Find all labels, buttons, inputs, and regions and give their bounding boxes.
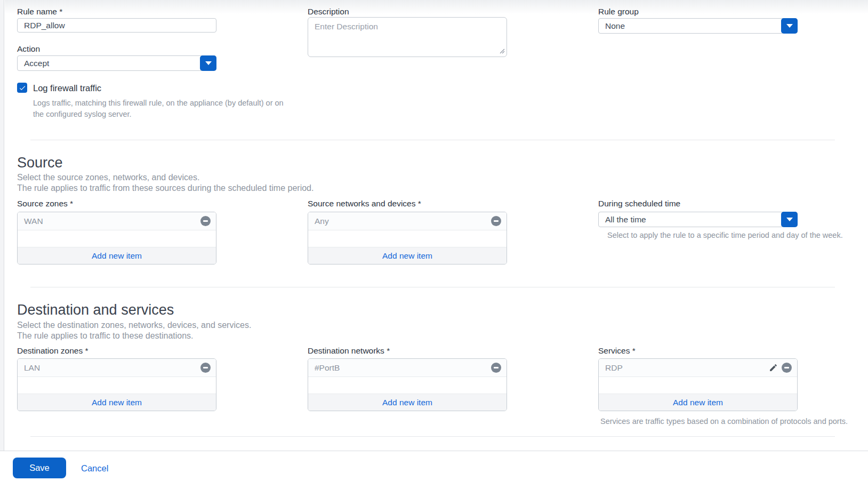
destination-networks-label: Destination networks * xyxy=(308,346,390,356)
section-divider xyxy=(30,287,835,287)
services-label: Services * xyxy=(598,346,636,356)
checkmark-icon xyxy=(19,84,26,92)
save-button[interactable]: Save xyxy=(13,458,66,478)
add-new-item-button[interactable]: Add new item xyxy=(308,247,507,264)
description-label: Description xyxy=(308,6,349,17)
action-select[interactable]: Accept xyxy=(17,55,216,71)
source-section-heading: Source xyxy=(17,154,63,172)
services-listbox: RDP Add new item xyxy=(598,358,798,411)
chevron-down-icon xyxy=(205,61,212,65)
scheduled-time-dropdown-button[interactable] xyxy=(781,212,798,227)
description-textarea[interactable] xyxy=(308,17,507,57)
destination-section-desc-line1: Select the destination zones, networks, … xyxy=(17,320,251,331)
scheduled-time-label: During scheduled time xyxy=(598,198,680,209)
source-section-desc-line1: Select the source zones, networks, and d… xyxy=(17,172,199,183)
section-divider xyxy=(30,140,835,140)
edit-icon[interactable] xyxy=(769,363,778,372)
scheduled-time-select[interactable]: All the time xyxy=(598,212,798,227)
add-new-item-button[interactable]: Add new item xyxy=(18,247,216,264)
source-networks-listbox: Any Add new item xyxy=(308,212,507,264)
list-item[interactable]: #PortB xyxy=(308,359,507,377)
list-item-label: LAN xyxy=(24,363,200,373)
remove-icon[interactable] xyxy=(782,363,792,373)
listbox-empty-area xyxy=(308,377,507,394)
log-traffic-help-line1: Logs traffic, matching this firewall rul… xyxy=(33,98,284,108)
list-item[interactable]: Any xyxy=(308,212,507,230)
destination-zones-listbox: LAN Add new item xyxy=(17,358,216,411)
firewall-rule-form: Rule name * Description Rule group None … xyxy=(0,0,868,481)
panel-bottom-border xyxy=(0,451,868,451)
list-item[interactable]: WAN xyxy=(18,212,216,230)
list-item[interactable]: LAN xyxy=(18,359,216,377)
rule-name-label: Rule name * xyxy=(17,6,62,17)
add-new-item-label: Add new item xyxy=(92,251,142,261)
list-item-label: #PortB xyxy=(315,363,491,373)
listbox-empty-area xyxy=(18,377,216,394)
add-new-item-button[interactable]: Add new item xyxy=(308,394,507,411)
action-dropdown-button[interactable] xyxy=(200,55,216,71)
add-new-item-button[interactable]: Add new item xyxy=(18,394,216,411)
list-item[interactable]: RDP xyxy=(599,359,797,377)
action-value: Accept xyxy=(24,59,49,68)
scheduled-time-value: All the time xyxy=(605,215,646,225)
remove-icon[interactable] xyxy=(491,216,501,226)
destination-networks-listbox: #PortB Add new item xyxy=(308,358,507,411)
add-new-item-label: Add new item xyxy=(382,398,432,407)
log-traffic-help-line2: the configured syslog server. xyxy=(33,109,132,119)
listbox-empty-area xyxy=(18,230,216,247)
source-zones-label: Source zones * xyxy=(17,198,73,209)
chevron-down-icon xyxy=(786,24,793,28)
chevron-down-icon xyxy=(786,218,793,221)
rule-group-label: Rule group xyxy=(598,6,639,17)
services-help: Services are traffic types based on a co… xyxy=(598,416,848,427)
destination-zones-label: Destination zones * xyxy=(17,346,89,356)
remove-icon[interactable] xyxy=(491,363,501,373)
source-zones-listbox: WAN Add new item xyxy=(17,212,216,264)
source-networks-label: Source networks and devices * xyxy=(308,198,421,209)
list-item-label: WAN xyxy=(24,217,200,226)
add-new-item-label: Add new item xyxy=(382,251,432,261)
rule-name-input[interactable] xyxy=(17,18,216,33)
add-new-item-button[interactable]: Add new item xyxy=(599,394,797,411)
destination-section-desc-line2: The rule applies to traffic to these des… xyxy=(17,331,194,341)
section-divider xyxy=(30,436,835,437)
panel-left-border xyxy=(0,0,4,451)
log-firewall-traffic-checkbox[interactable] xyxy=(17,83,27,93)
log-firewall-traffic-label: Log firewall traffic xyxy=(33,83,101,93)
remove-icon[interactable] xyxy=(200,363,211,373)
rule-group-value: None xyxy=(605,21,625,31)
scheduled-time-help: Select to apply the rule to a specific t… xyxy=(607,230,853,240)
listbox-empty-area xyxy=(308,230,507,247)
rule-group-select[interactable]: None xyxy=(598,18,798,34)
listbox-empty-area xyxy=(599,377,797,394)
description-field-wrap xyxy=(308,17,507,57)
list-item-label: RDP xyxy=(605,363,769,373)
destination-section-heading: Destination and services xyxy=(17,301,174,319)
cancel-button[interactable]: Cancel xyxy=(81,462,108,474)
source-section-desc-line2: The rule applies to traffic from these s… xyxy=(17,183,314,194)
rule-group-dropdown-button[interactable] xyxy=(781,18,798,34)
remove-icon[interactable] xyxy=(200,216,211,226)
action-label: Action xyxy=(17,44,40,54)
list-item-label: Any xyxy=(315,217,491,226)
add-new-item-label: Add new item xyxy=(92,398,142,407)
add-new-item-label: Add new item xyxy=(673,398,723,407)
top-gradient xyxy=(5,0,868,14)
